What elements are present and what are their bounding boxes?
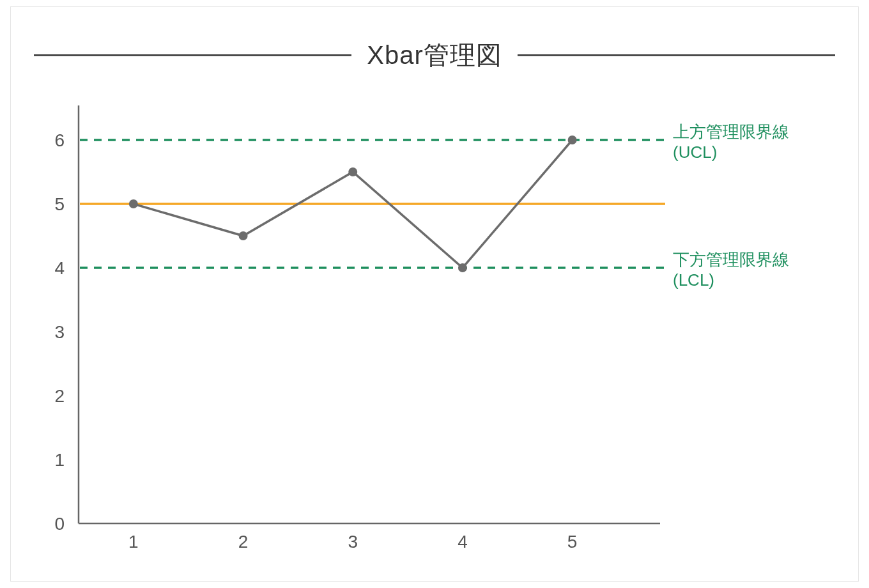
ucl-label-line2: (UCL) bbox=[673, 143, 717, 162]
y-tick-label: 2 bbox=[54, 386, 65, 406]
x-tick-label: 3 bbox=[348, 532, 358, 552]
data-point-marker bbox=[129, 199, 138, 208]
x-tick-label: 1 bbox=[128, 532, 139, 552]
control-chart-svg: 012345612345上方管理限界線(UCL)下方管理限界線(LCL) bbox=[34, 102, 836, 559]
title-row: Xbar管理図 bbox=[34, 38, 835, 73]
x-tick-label: 4 bbox=[458, 532, 468, 552]
lcl-label-line1: 下方管理限界線 bbox=[673, 250, 789, 269]
y-tick-label: 1 bbox=[54, 450, 65, 470]
title-rule-right bbox=[518, 54, 835, 56]
x-tick-label: 2 bbox=[238, 532, 249, 552]
y-tick-label: 4 bbox=[54, 258, 65, 278]
lcl-label-line2: (LCL) bbox=[673, 270, 714, 290]
ucl-label-line1: 上方管理限界線 bbox=[673, 122, 789, 141]
y-tick-label: 5 bbox=[54, 194, 65, 214]
data-point-marker bbox=[568, 135, 577, 144]
title-rule-left bbox=[34, 54, 351, 56]
chart-frame: Xbar管理図 012345612345上方管理限界線(UCL)下方管理限界線(… bbox=[10, 6, 859, 582]
y-tick-label: 6 bbox=[54, 130, 65, 150]
data-point-marker bbox=[239, 231, 248, 240]
chart-title: Xbar管理図 bbox=[367, 38, 502, 73]
y-tick-label: 3 bbox=[54, 322, 65, 342]
data-point-marker bbox=[348, 167, 357, 176]
y-tick-label: 0 bbox=[54, 514, 65, 534]
data-point-marker bbox=[458, 263, 467, 272]
chart-area: 012345612345上方管理限界線(UCL)下方管理限界線(LCL) bbox=[34, 102, 835, 558]
x-tick-label: 5 bbox=[567, 532, 578, 552]
